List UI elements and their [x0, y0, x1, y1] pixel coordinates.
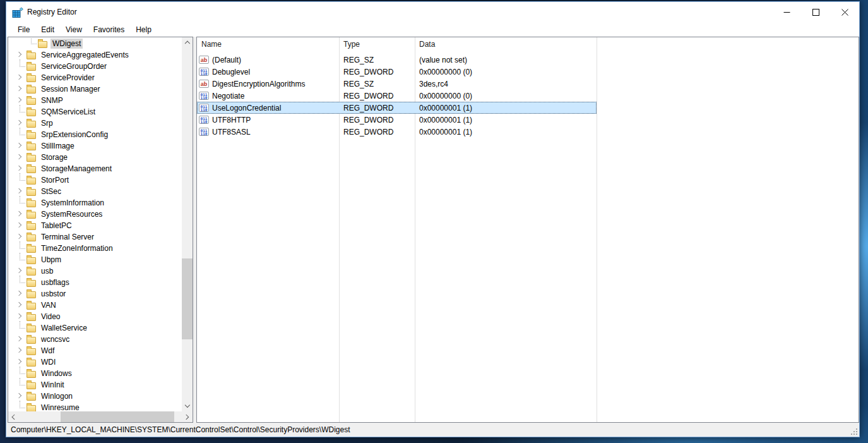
tree-item-srp[interactable]: Srp: [8, 118, 182, 129]
column-header-type[interactable]: Type: [339, 37, 415, 52]
value-type: REG_DWORD: [339, 92, 415, 100]
chevron-right-icon: [16, 268, 22, 274]
value-type: REG_DWORD: [339, 128, 415, 137]
folder-icon: [27, 234, 36, 241]
tree-item-wdf[interactable]: Wdf: [8, 345, 182, 356]
tree-item-sqmservicelist[interactable]: SQMServiceList: [8, 106, 182, 118]
tree-item-video[interactable]: Video: [8, 311, 182, 322]
value-name: (Default): [212, 56, 241, 64]
expand-chevron-icon[interactable]: [15, 152, 26, 163]
maximize-button[interactable]: [801, 2, 830, 23]
tree-item-label: WalletService: [39, 323, 89, 333]
tree-item-label: Srp: [39, 118, 55, 128]
tree-item-ubpm[interactable]: Ubpm: [8, 254, 182, 265]
scroll-up-button[interactable]: [182, 37, 193, 48]
tree-item-session-manager[interactable]: Session Manager: [8, 83, 182, 95]
value-row-digestencryptionalgorithms[interactable]: abDigestEncryptionAlgorithmsREG_SZ3des,r…: [197, 78, 859, 90]
tree-item-usb[interactable]: usb: [8, 265, 182, 277]
menu-file[interactable]: File: [12, 23, 35, 37]
tree-item-walletservice[interactable]: WalletService: [8, 322, 182, 334]
horizontal-scroll-thumb[interactable]: [61, 411, 174, 422]
minimize-button[interactable]: [772, 2, 801, 23]
tree-item-usbstor[interactable]: usbstor: [8, 288, 182, 300]
expand-chevron-icon[interactable]: [15, 288, 26, 300]
chevron-right-icon: [16, 188, 22, 194]
tree-item-usbflags[interactable]: usbflags: [8, 277, 182, 288]
tree-item-tabletpc[interactable]: TabletPC: [8, 220, 182, 231]
value-row-default[interactable]: ab(Default)REG_SZ(value not set): [197, 54, 859, 66]
column-header-data[interactable]: Data: [415, 37, 597, 52]
value-row-utf8sasl[interactable]: 011110UTF8SASLREG_DWORD0x00000001 (1): [197, 126, 859, 138]
expand-chevron-icon[interactable]: [15, 140, 26, 152]
tree-item-stsec[interactable]: StSec: [8, 186, 182, 197]
tree-item-label: SystemResources: [39, 209, 104, 219]
tree-item-label: WDigest: [51, 39, 83, 49]
tree-item-wcncsvc[interactable]: wcncsvc: [8, 334, 182, 345]
tree-connector: [15, 197, 26, 209]
value-row-utf8http[interactable]: 011110UTF8HTTPREG_DWORD0x00000001 (1): [197, 114, 859, 126]
close-button[interactable]: [830, 2, 859, 23]
chevron-right-icon: [16, 143, 22, 149]
folder-icon: [27, 155, 36, 162]
menu-view[interactable]: View: [60, 23, 88, 37]
folder-icon: [27, 98, 36, 105]
tree-item-systemresources[interactable]: SystemResources: [8, 209, 182, 220]
column-header-name[interactable]: Name: [197, 37, 339, 52]
folder-icon: [27, 64, 36, 71]
expand-chevron-icon[interactable]: [15, 220, 26, 231]
tree-item-storage[interactable]: Storage: [8, 152, 182, 163]
value-row-debuglevel[interactable]: 011110DebuglevelREG_DWORD0x00000000 (0): [197, 66, 859, 78]
expand-chevron-icon[interactable]: [15, 300, 26, 311]
tree-horizontal-scrollbar[interactable]: [8, 411, 193, 422]
tree-item-label: StillImage: [39, 141, 76, 151]
tree-item-winlogon[interactable]: Winlogon: [8, 391, 182, 402]
tree-item-storagemanagement[interactable]: StorageManagement: [8, 163, 182, 174]
expand-chevron-icon[interactable]: [15, 209, 26, 220]
resize-grip[interactable]: [851, 428, 858, 435]
expand-chevron-icon[interactable]: [15, 72, 26, 83]
tree-connector: [15, 174, 26, 186]
tree-item-timezoneinformation[interactable]: TimeZoneInformation: [8, 243, 182, 254]
tree-item-servicegrouporder[interactable]: ServiceGroupOrder: [8, 61, 182, 72]
scroll-down-button[interactable]: [182, 401, 193, 411]
scroll-left-button[interactable]: [8, 411, 19, 422]
value-row-uselogoncredential[interactable]: 011110UseLogonCredentialREG_DWORD0x00000…: [197, 102, 597, 114]
folder-icon: [27, 382, 36, 389]
tree-vertical-scrollbar[interactable]: [182, 37, 193, 411]
expand-chevron-icon[interactable]: [15, 334, 26, 345]
tree-item-storport[interactable]: StorPort: [8, 174, 182, 186]
tree-item-windows[interactable]: Windows: [8, 368, 182, 379]
scroll-right-button[interactable]: [182, 411, 193, 422]
tree-item-stillimage[interactable]: StillImage: [8, 140, 182, 152]
tree-item-wdi[interactable]: WDI: [8, 356, 182, 368]
value-name: Debuglevel: [212, 68, 250, 76]
tree-item-label: usbflags: [39, 277, 71, 288]
values-list: ab(Default)REG_SZ(value not set)011110De…: [197, 54, 859, 138]
tree-item-wdigest[interactable]: WDigest: [8, 38, 182, 49]
expand-chevron-icon[interactable]: [15, 83, 26, 95]
tree-item-systeminformation[interactable]: SystemInformation: [8, 197, 182, 209]
tree-item-van[interactable]: VAN: [8, 300, 182, 311]
tree-item-serviceprovider[interactable]: ServiceProvider: [8, 72, 182, 83]
value-data: 0x00000001 (1): [415, 128, 472, 137]
tree-item-label: Session Manager: [39, 84, 102, 94]
value-row-negotiate[interactable]: 011110NegotiateREG_DWORD0x00000000 (0): [197, 90, 859, 102]
tree-item-label: Windows: [39, 368, 74, 379]
string-value-icon: ab: [199, 80, 209, 88]
chevron-right-icon: [16, 291, 22, 296]
vertical-scroll-thumb[interactable]: [182, 258, 193, 339]
menu-favorites[interactable]: Favorites: [88, 23, 130, 37]
tree-item-serviceaggregatedevents[interactable]: ServiceAggregatedEvents: [8, 49, 182, 61]
value-type: REG_SZ: [339, 56, 415, 64]
menu-edit[interactable]: Edit: [35, 23, 60, 37]
tree-item-wininit[interactable]: WinInit: [8, 379, 182, 391]
expand-chevron-icon[interactable]: [15, 345, 26, 356]
menu-help[interactable]: Help: [130, 23, 157, 37]
folder-icon: [27, 405, 36, 412]
registry-key-tree: WDigestServiceAggregatedEventsServiceGro…: [8, 38, 182, 413]
tree-item-snmp[interactable]: SNMP: [8, 95, 182, 106]
tree-item-terminal-server[interactable]: Terminal Server: [8, 231, 182, 243]
folder-icon: [27, 75, 36, 82]
folder-icon: [27, 212, 36, 219]
tree-item-srpextensionconfig[interactable]: SrpExtensionConfig: [8, 129, 182, 140]
